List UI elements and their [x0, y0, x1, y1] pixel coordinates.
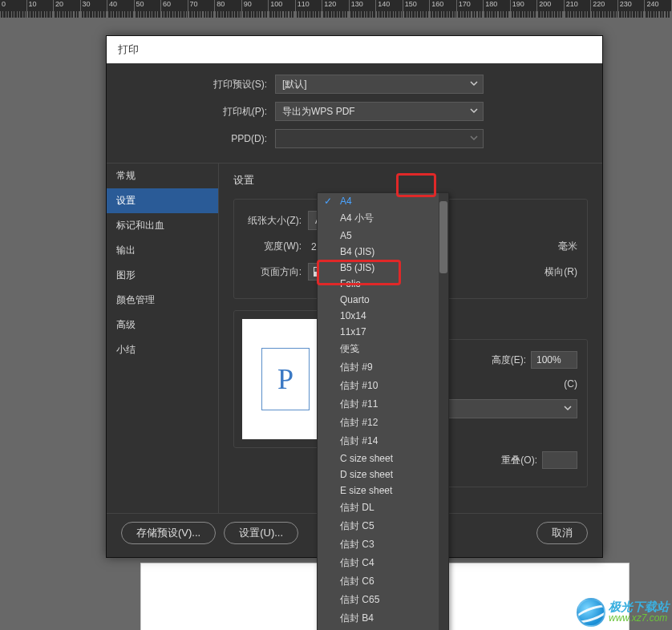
sidebar-item[interactable]: 小结: [107, 337, 218, 362]
ruler-tick: 90: [242, 0, 269, 18]
width-unit: 毫米: [558, 240, 577, 253]
category-sidebar: 常规设置标记和出血输出图形颜色管理高级小结: [107, 164, 219, 513]
ruler-tick: 40: [107, 0, 135, 18]
chevron-down-icon: [564, 403, 572, 414]
chevron-down-icon: [470, 79, 478, 90]
dialog-title: 打印: [118, 42, 139, 57]
papersize-option[interactable]: 信封 C4: [318, 554, 448, 572]
horizontal-ruler: 0102030405060708090100110120130140150160…: [0, 0, 672, 18]
printer-dropdown[interactable]: 导出为WPS PDF: [275, 102, 484, 121]
papersize-option[interactable]: 信封 #12: [318, 414, 448, 432]
ruler-tick: 30: [81, 0, 108, 18]
ruler-tick: 20: [54, 0, 81, 18]
ruler-tick: 210: [565, 0, 592, 18]
papersize-popup[interactable]: A4A4 小号A5B4 (JIS)B5 (JIS)FolioQuarto10x1…: [317, 192, 449, 630]
height-input[interactable]: 100%: [531, 351, 577, 369]
ruler-tick: 60: [161, 0, 188, 18]
papersize-option[interactable]: A4 小号: [318, 209, 448, 228]
ppd-label: PPD(D):: [123, 133, 275, 144]
papersize-option[interactable]: 信封 #14: [318, 432, 448, 450]
papersize-label: 纸张大小(Z):: [244, 214, 308, 228]
watermark-line2: www.xz7.com: [609, 612, 669, 624]
printer-label: 打印机(P):: [123, 105, 275, 119]
papersize-option[interactable]: 信封 DL: [318, 499, 448, 517]
ruler-tick: 120: [322, 0, 350, 18]
ruler-tick: 180: [484, 0, 511, 18]
constrain-label: (C): [564, 378, 577, 390]
sidebar-item[interactable]: 图形: [107, 263, 218, 288]
papersize-option[interactable]: 便笺: [318, 340, 448, 358]
papersize-option[interactable]: C size sheet: [318, 450, 448, 466]
chevron-down-icon: [470, 106, 478, 117]
preset-value: [默认]: [282, 78, 307, 91]
width-label: 宽度(W):: [244, 240, 308, 253]
papersize-option[interactable]: 信封 C5: [318, 517, 448, 535]
papersize-option[interactable]: 信封 #10: [318, 377, 448, 395]
ruler-tick: 110: [296, 0, 323, 18]
sidebar-item[interactable]: 颜色管理: [107, 288, 218, 313]
papersize-option[interactable]: B5 (JIS): [318, 260, 448, 276]
papersize-option[interactable]: 信封 C6: [318, 572, 448, 591]
overlap-input[interactable]: [542, 451, 577, 469]
ruler-tick: 150: [403, 0, 431, 18]
sidebar-item[interactable]: 输出: [107, 238, 218, 263]
setup-button[interactable]: 设置(U)...: [224, 522, 298, 544]
papersize-option[interactable]: D size sheet: [318, 466, 448, 483]
papersize-option[interactable]: A5: [318, 228, 448, 244]
ruler-tick: 220: [591, 0, 618, 18]
sidebar-item[interactable]: 设置: [107, 188, 218, 213]
papersize-option[interactable]: 信封 #9: [318, 358, 448, 377]
ruler-tick: 200: [537, 0, 565, 18]
ruler-tick: 190: [511, 0, 538, 18]
preview-letter: P: [261, 348, 310, 410]
orient-label: 页面方向:: [244, 265, 308, 279]
papersize-option[interactable]: Quarto: [318, 292, 448, 308]
papersize-option[interactable]: B4 (JIS): [318, 244, 448, 260]
height-label: 高度(E):: [487, 353, 531, 367]
sidebar-item[interactable]: 常规: [107, 164, 218, 188]
cancel-button[interactable]: 取消: [536, 522, 588, 544]
papersize-option[interactable]: 10x14: [318, 308, 448, 324]
papersize-option[interactable]: 信封 C3: [318, 535, 448, 554]
ruler-tick: 10: [27, 0, 55, 18]
save-preset-button[interactable]: 存储预设(V)...: [121, 522, 216, 544]
ruler-tick: 130: [350, 0, 377, 18]
ruler-tick: 50: [135, 0, 162, 18]
ruler-tick: 160: [430, 0, 457, 18]
papersize-option[interactable]: E size sheet: [318, 483, 448, 499]
dialog-titlebar: 打印: [107, 36, 602, 63]
preset-label: 打印预设(S):: [123, 78, 275, 91]
sidebar-item[interactable]: 标记和出血: [107, 213, 218, 238]
papersize-option[interactable]: 11x17: [318, 324, 448, 340]
chevron-down-icon: [470, 133, 478, 144]
settings-heading: 设置: [233, 173, 588, 188]
transverse-label: 横向(R): [544, 265, 577, 279]
ruler-tick: 80: [215, 0, 242, 18]
ruler-tick: 140: [376, 0, 403, 18]
printer-value: 导出为WPS PDF: [282, 105, 355, 119]
papersize-option[interactable]: Folio: [318, 276, 448, 292]
watermark: 极光下载站 www.xz7.com: [577, 598, 669, 627]
papersize-option[interactable]: 信封 B4: [318, 609, 448, 628]
preset-dropdown[interactable]: [默认]: [275, 75, 484, 94]
papersize-option[interactable]: A4: [318, 193, 448, 209]
ppd-dropdown: [275, 129, 484, 148]
ruler-tick: 230: [618, 0, 646, 18]
papersize-option[interactable]: 信封 C65: [318, 591, 448, 609]
ruler-tick: 100: [269, 0, 296, 18]
sidebar-item[interactable]: 高级: [107, 313, 218, 337]
watermark-logo-icon: [577, 598, 605, 627]
ruler-tick: 70: [188, 0, 216, 18]
top-form: 打印预设(S): [默认] 打印机(P): 导出为WPS PDF PPD(D):: [107, 63, 602, 163]
ruler-tick: 0: [0, 0, 27, 18]
ruler-tick: 240: [645, 0, 672, 18]
papersize-option[interactable]: 信封 #11: [318, 395, 448, 414]
overlap-label: 重叠(O):: [496, 454, 542, 467]
watermark-line1: 极光下载站: [609, 600, 669, 612]
ruler-tick: 170: [457, 0, 484, 18]
